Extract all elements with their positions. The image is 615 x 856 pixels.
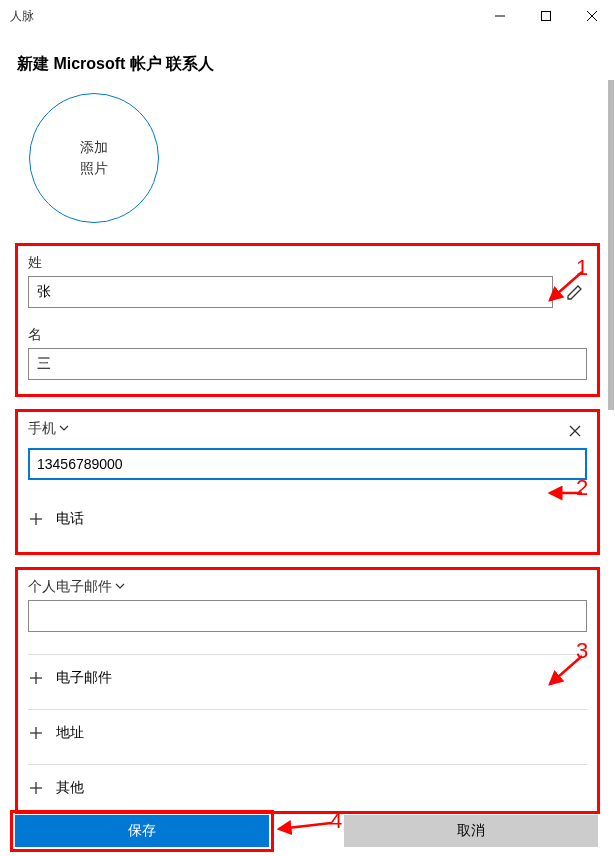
- chevron-down-icon: [58, 421, 70, 437]
- firstname-label: 名: [28, 326, 587, 344]
- add-other-button[interactable]: 其他: [28, 764, 587, 811]
- save-highlight: 保存: [10, 810, 274, 852]
- svg-rect-1: [542, 12, 551, 21]
- email-section: 个人电子邮件 电子邮件 地址 其他: [15, 567, 600, 814]
- save-button[interactable]: 保存: [15, 815, 269, 847]
- add-other-label: 其他: [56, 779, 84, 797]
- window-titlebar: 人脉: [0, 0, 615, 32]
- add-email-label: 电子邮件: [56, 669, 112, 687]
- add-phone-label: 电话: [56, 510, 84, 528]
- add-address-label: 地址: [56, 724, 84, 742]
- add-phone-button[interactable]: 电话: [28, 496, 587, 542]
- add-photo-button[interactable]: 添加 照片: [29, 93, 159, 223]
- name-section: 姓 名: [15, 243, 600, 397]
- window-controls: [477, 0, 615, 32]
- email-type-label: 个人电子邮件: [28, 578, 112, 596]
- firstname-input[interactable]: [28, 348, 587, 380]
- phone-section: 手机 电话: [15, 409, 600, 555]
- edit-icon[interactable]: [563, 283, 587, 301]
- lastname-label: 姓: [28, 254, 587, 272]
- phone-type-dropdown[interactable]: 手机: [28, 420, 70, 438]
- cancel-button[interactable]: 取消: [344, 815, 598, 847]
- minimize-button[interactable]: [477, 0, 523, 32]
- plus-icon: [28, 780, 44, 796]
- phone-input[interactable]: [28, 448, 587, 480]
- plus-icon: [28, 670, 44, 686]
- footer: 保存 取消: [10, 810, 605, 852]
- maximize-button[interactable]: [523, 0, 569, 32]
- add-address-button[interactable]: 地址: [28, 709, 587, 756]
- email-input[interactable]: [28, 600, 587, 632]
- email-type-dropdown[interactable]: 个人电子邮件: [28, 578, 587, 596]
- add-email-button[interactable]: 电子邮件: [28, 654, 587, 701]
- phone-type-label: 手机: [28, 420, 56, 438]
- clear-phone-icon[interactable]: [563, 425, 587, 437]
- lastname-input[interactable]: [28, 276, 553, 308]
- page-title: 新建 Microsoft 帐户 联系人: [15, 32, 600, 83]
- close-button[interactable]: [569, 0, 615, 32]
- plus-icon: [28, 725, 44, 741]
- window-title: 人脉: [10, 8, 34, 25]
- scrollbar[interactable]: [608, 80, 614, 410]
- plus-icon: [28, 511, 44, 527]
- add-photo-label: 添加 照片: [80, 137, 108, 179]
- chevron-down-icon: [114, 579, 126, 595]
